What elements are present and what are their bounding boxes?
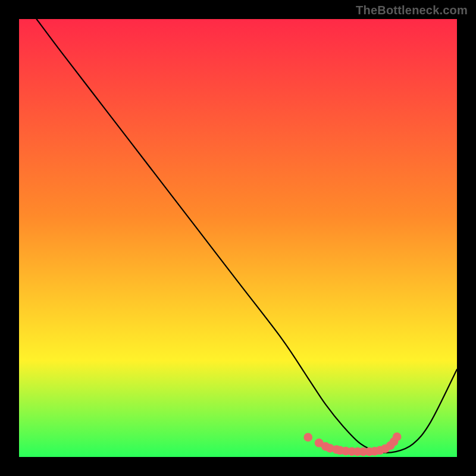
gradient-background	[19, 19, 457, 457]
plot-area	[19, 19, 457, 457]
flat-dot	[393, 433, 402, 441]
chart-frame: TheBottleneck.com	[0, 0, 476, 476]
watermark-text: TheBottleneck.com	[356, 4, 468, 17]
flat-dot	[303, 433, 312, 442]
chart-svg	[19, 19, 457, 457]
